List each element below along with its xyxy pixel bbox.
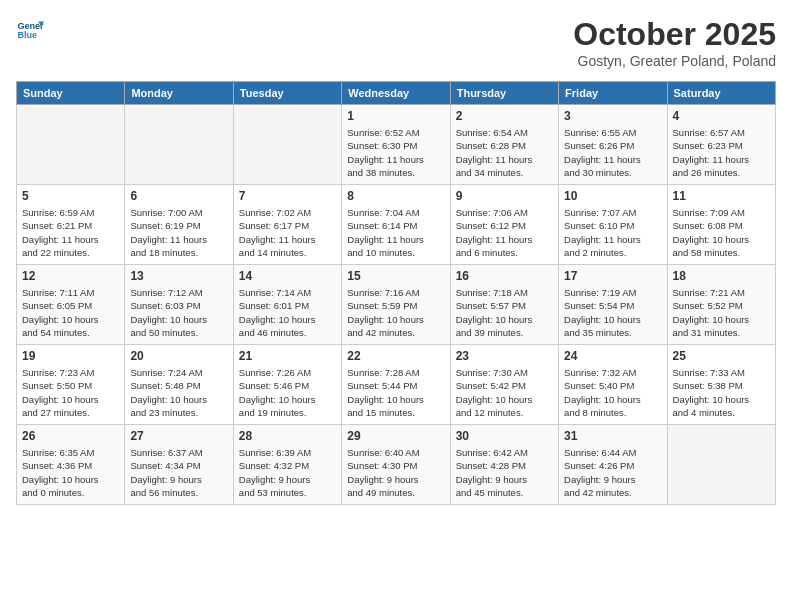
calendar-cell: 20Sunrise: 7:24 AM Sunset: 5:48 PM Dayli…	[125, 345, 233, 425]
calendar-cell: 11Sunrise: 7:09 AM Sunset: 6:08 PM Dayli…	[667, 185, 775, 265]
day-content: Sunrise: 6:52 AM Sunset: 6:30 PM Dayligh…	[347, 126, 444, 179]
day-number: 14	[239, 269, 336, 283]
calendar-cell: 21Sunrise: 7:26 AM Sunset: 5:46 PM Dayli…	[233, 345, 341, 425]
calendar-cell: 4Sunrise: 6:57 AM Sunset: 6:23 PM Daylig…	[667, 105, 775, 185]
day-content: Sunrise: 7:24 AM Sunset: 5:48 PM Dayligh…	[130, 366, 227, 419]
calendar-cell: 9Sunrise: 7:06 AM Sunset: 6:12 PM Daylig…	[450, 185, 558, 265]
header-thursday: Thursday	[450, 82, 558, 105]
calendar-cell: 24Sunrise: 7:32 AM Sunset: 5:40 PM Dayli…	[559, 345, 667, 425]
title-section: October 2025 Gostyn, Greater Poland, Pol…	[573, 16, 776, 69]
header-saturday: Saturday	[667, 82, 775, 105]
day-number: 13	[130, 269, 227, 283]
day-number: 11	[673, 189, 770, 203]
day-content: Sunrise: 6:59 AM Sunset: 6:21 PM Dayligh…	[22, 206, 119, 259]
day-content: Sunrise: 6:44 AM Sunset: 4:26 PM Dayligh…	[564, 446, 661, 499]
day-content: Sunrise: 7:14 AM Sunset: 6:01 PM Dayligh…	[239, 286, 336, 339]
calendar-cell: 12Sunrise: 7:11 AM Sunset: 6:05 PM Dayli…	[17, 265, 125, 345]
calendar-cell	[233, 105, 341, 185]
calendar-cell	[125, 105, 233, 185]
calendar-cell: 7Sunrise: 7:02 AM Sunset: 6:17 PM Daylig…	[233, 185, 341, 265]
calendar-cell: 17Sunrise: 7:19 AM Sunset: 5:54 PM Dayli…	[559, 265, 667, 345]
calendar-title: October 2025	[573, 16, 776, 53]
day-number: 1	[347, 109, 444, 123]
day-content: Sunrise: 7:18 AM Sunset: 5:57 PM Dayligh…	[456, 286, 553, 339]
calendar-cell: 28Sunrise: 6:39 AM Sunset: 4:32 PM Dayli…	[233, 425, 341, 505]
day-number: 3	[564, 109, 661, 123]
day-content: Sunrise: 7:09 AM Sunset: 6:08 PM Dayligh…	[673, 206, 770, 259]
day-number: 6	[130, 189, 227, 203]
day-number: 9	[456, 189, 553, 203]
calendar-cell: 29Sunrise: 6:40 AM Sunset: 4:30 PM Dayli…	[342, 425, 450, 505]
calendar-week-4: 19Sunrise: 7:23 AM Sunset: 5:50 PM Dayli…	[17, 345, 776, 425]
calendar-cell: 15Sunrise: 7:16 AM Sunset: 5:59 PM Dayli…	[342, 265, 450, 345]
day-number: 5	[22, 189, 119, 203]
day-number: 30	[456, 429, 553, 443]
day-number: 16	[456, 269, 553, 283]
day-content: Sunrise: 7:33 AM Sunset: 5:38 PM Dayligh…	[673, 366, 770, 419]
day-content: Sunrise: 6:40 AM Sunset: 4:30 PM Dayligh…	[347, 446, 444, 499]
calendar-table: Sunday Monday Tuesday Wednesday Thursday…	[16, 81, 776, 505]
page-header: General Blue October 2025 Gostyn, Greate…	[16, 16, 776, 69]
calendar-cell: 8Sunrise: 7:04 AM Sunset: 6:14 PM Daylig…	[342, 185, 450, 265]
calendar-cell: 10Sunrise: 7:07 AM Sunset: 6:10 PM Dayli…	[559, 185, 667, 265]
day-number: 23	[456, 349, 553, 363]
calendar-cell: 23Sunrise: 7:30 AM Sunset: 5:42 PM Dayli…	[450, 345, 558, 425]
day-number: 4	[673, 109, 770, 123]
calendar-cell	[667, 425, 775, 505]
days-header-row: Sunday Monday Tuesday Wednesday Thursday…	[17, 82, 776, 105]
calendar-week-1: 1Sunrise: 6:52 AM Sunset: 6:30 PM Daylig…	[17, 105, 776, 185]
day-content: Sunrise: 6:42 AM Sunset: 4:28 PM Dayligh…	[456, 446, 553, 499]
calendar-cell: 19Sunrise: 7:23 AM Sunset: 5:50 PM Dayli…	[17, 345, 125, 425]
day-content: Sunrise: 7:12 AM Sunset: 6:03 PM Dayligh…	[130, 286, 227, 339]
day-number: 27	[130, 429, 227, 443]
day-content: Sunrise: 7:32 AM Sunset: 5:40 PM Dayligh…	[564, 366, 661, 419]
day-number: 26	[22, 429, 119, 443]
calendar-cell: 31Sunrise: 6:44 AM Sunset: 4:26 PM Dayli…	[559, 425, 667, 505]
day-number: 19	[22, 349, 119, 363]
day-number: 31	[564, 429, 661, 443]
calendar-cell	[17, 105, 125, 185]
calendar-cell: 3Sunrise: 6:55 AM Sunset: 6:26 PM Daylig…	[559, 105, 667, 185]
day-content: Sunrise: 7:11 AM Sunset: 6:05 PM Dayligh…	[22, 286, 119, 339]
header-tuesday: Tuesday	[233, 82, 341, 105]
day-content: Sunrise: 7:00 AM Sunset: 6:19 PM Dayligh…	[130, 206, 227, 259]
day-content: Sunrise: 7:23 AM Sunset: 5:50 PM Dayligh…	[22, 366, 119, 419]
calendar-cell: 18Sunrise: 7:21 AM Sunset: 5:52 PM Dayli…	[667, 265, 775, 345]
calendar-cell: 22Sunrise: 7:28 AM Sunset: 5:44 PM Dayli…	[342, 345, 450, 425]
calendar-cell: 5Sunrise: 6:59 AM Sunset: 6:21 PM Daylig…	[17, 185, 125, 265]
calendar-week-3: 12Sunrise: 7:11 AM Sunset: 6:05 PM Dayli…	[17, 265, 776, 345]
calendar-cell: 1Sunrise: 6:52 AM Sunset: 6:30 PM Daylig…	[342, 105, 450, 185]
day-content: Sunrise: 6:55 AM Sunset: 6:26 PM Dayligh…	[564, 126, 661, 179]
day-content: Sunrise: 7:26 AM Sunset: 5:46 PM Dayligh…	[239, 366, 336, 419]
day-content: Sunrise: 6:54 AM Sunset: 6:28 PM Dayligh…	[456, 126, 553, 179]
day-number: 29	[347, 429, 444, 443]
day-content: Sunrise: 6:35 AM Sunset: 4:36 PM Dayligh…	[22, 446, 119, 499]
day-content: Sunrise: 7:02 AM Sunset: 6:17 PM Dayligh…	[239, 206, 336, 259]
calendar-cell: 30Sunrise: 6:42 AM Sunset: 4:28 PM Dayli…	[450, 425, 558, 505]
day-content: Sunrise: 7:07 AM Sunset: 6:10 PM Dayligh…	[564, 206, 661, 259]
calendar-subtitle: Gostyn, Greater Poland, Poland	[573, 53, 776, 69]
calendar-cell: 6Sunrise: 7:00 AM Sunset: 6:19 PM Daylig…	[125, 185, 233, 265]
day-number: 21	[239, 349, 336, 363]
logo-icon: General Blue	[16, 16, 44, 44]
day-number: 2	[456, 109, 553, 123]
day-number: 28	[239, 429, 336, 443]
day-content: Sunrise: 6:57 AM Sunset: 6:23 PM Dayligh…	[673, 126, 770, 179]
day-number: 22	[347, 349, 444, 363]
day-number: 25	[673, 349, 770, 363]
day-content: Sunrise: 7:30 AM Sunset: 5:42 PM Dayligh…	[456, 366, 553, 419]
calendar-cell: 16Sunrise: 7:18 AM Sunset: 5:57 PM Dayli…	[450, 265, 558, 345]
day-content: Sunrise: 6:39 AM Sunset: 4:32 PM Dayligh…	[239, 446, 336, 499]
day-number: 12	[22, 269, 119, 283]
header-sunday: Sunday	[17, 82, 125, 105]
calendar-week-2: 5Sunrise: 6:59 AM Sunset: 6:21 PM Daylig…	[17, 185, 776, 265]
day-number: 7	[239, 189, 336, 203]
day-content: Sunrise: 7:28 AM Sunset: 5:44 PM Dayligh…	[347, 366, 444, 419]
day-content: Sunrise: 7:06 AM Sunset: 6:12 PM Dayligh…	[456, 206, 553, 259]
day-content: Sunrise: 7:04 AM Sunset: 6:14 PM Dayligh…	[347, 206, 444, 259]
day-number: 8	[347, 189, 444, 203]
day-content: Sunrise: 6:37 AM Sunset: 4:34 PM Dayligh…	[130, 446, 227, 499]
calendar-cell: 14Sunrise: 7:14 AM Sunset: 6:01 PM Dayli…	[233, 265, 341, 345]
calendar-cell: 25Sunrise: 7:33 AM Sunset: 5:38 PM Dayli…	[667, 345, 775, 425]
logo: General Blue	[16, 16, 44, 44]
